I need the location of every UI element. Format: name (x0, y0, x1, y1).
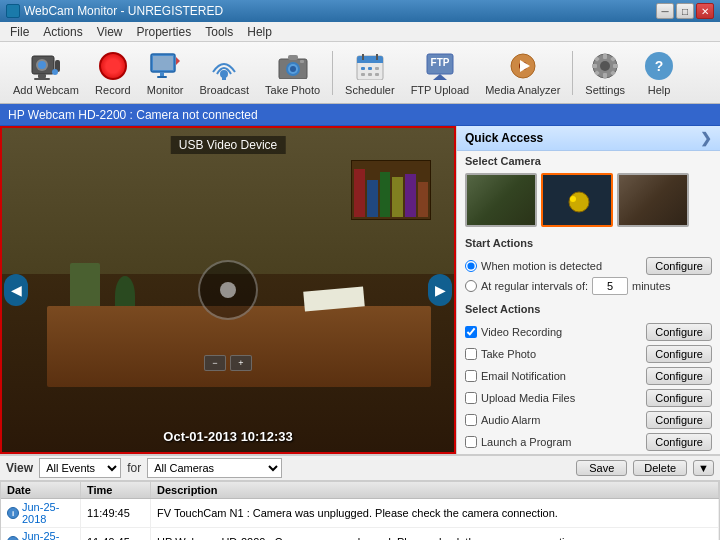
close-button[interactable]: ✕ (696, 3, 714, 19)
events-chevron-button[interactable]: ▼ (693, 460, 714, 476)
launch-program-checkbox[interactable] (465, 436, 477, 448)
quick-access-header: Quick Access ❯ (457, 126, 720, 151)
camera-thumb-1[interactable] (465, 173, 537, 227)
svg-rect-22 (357, 61, 383, 63)
event-row-1[interactable]: i Jun-25-2018 11:49:45 FV TouchCam N1 : … (1, 499, 719, 528)
action-left-audio: Audio Alarm (465, 414, 540, 426)
event-desc-1: FV TouchCam N1 : Camera was unplugged. P… (151, 499, 719, 527)
title-bar-left: WebCam Monitor - UNREGISTERED (6, 4, 223, 18)
mini-btn-2[interactable]: + (230, 355, 252, 371)
settings-button[interactable]: Settings (578, 46, 632, 100)
menu-tools[interactable]: Tools (199, 24, 239, 40)
ftp-upload-button[interactable]: FTP FTP Upload (404, 46, 477, 100)
interval-radio[interactable] (465, 280, 477, 292)
configure-launch-button[interactable]: Configure (646, 433, 712, 451)
media-analyzer-button[interactable]: Media Analyzer (478, 46, 567, 100)
monitor-label: Monitor (147, 84, 184, 96)
mini-controls: − + (204, 355, 252, 371)
email-notification-checkbox[interactable] (465, 370, 477, 382)
configure-upload-button[interactable]: Configure (646, 389, 712, 407)
event-icon-1: i (7, 507, 19, 519)
main-content: USB Video Device (0, 126, 720, 454)
svg-rect-39 (603, 54, 607, 59)
video-recording-checkbox[interactable] (465, 326, 477, 338)
scheduler-icon (354, 50, 386, 82)
quick-access-chevron[interactable]: ❯ (700, 130, 712, 146)
camera-filter-select[interactable]: All Cameras HP Webcam HD-2200 (147, 458, 282, 478)
menu-view[interactable]: View (91, 24, 129, 40)
svg-rect-30 (375, 73, 379, 76)
help-button[interactable]: ? Help (634, 46, 684, 100)
events-bar: View All Events Alerts Motion Recordings… (0, 455, 720, 481)
menu-help[interactable]: Help (241, 24, 278, 40)
title-bar-controls: ─ □ ✕ (656, 3, 714, 19)
action-left-photo: Take Photo (465, 348, 536, 360)
events-filter-select[interactable]: All Events Alerts Motion Recordings (39, 458, 121, 478)
toolbar-separator-1 (332, 51, 333, 95)
svg-marker-33 (433, 74, 447, 80)
mini-btn-1[interactable]: − (204, 355, 226, 371)
book-3 (380, 172, 391, 218)
svg-rect-42 (613, 64, 618, 68)
audio-alarm-label: Audio Alarm (481, 414, 540, 426)
maximize-button[interactable]: □ (676, 3, 694, 19)
svg-rect-26 (368, 67, 372, 70)
event-date-1: i Jun-25-2018 (1, 499, 81, 527)
motion-radio[interactable] (465, 260, 477, 272)
record-button[interactable]: Record (88, 46, 138, 100)
camera-thumbnails (457, 173, 720, 233)
ftp-icon: FTP (424, 50, 456, 82)
audio-alarm-checkbox[interactable] (465, 414, 477, 426)
svg-rect-41 (592, 64, 597, 68)
col-time: Time (81, 482, 151, 498)
event-desc-2: HP Webcam HD-2200 : Camera was unplugged… (151, 528, 719, 540)
configure-photo-button[interactable]: Configure (646, 345, 712, 363)
motion-detection-left: When motion is detected (465, 260, 602, 272)
arrow-left[interactable]: ◀ (4, 274, 28, 306)
minimize-button[interactable]: ─ (656, 3, 674, 19)
media-analyzer-icon (507, 50, 539, 82)
arrow-right[interactable]: ▶ (428, 274, 452, 306)
menu-properties[interactable]: Properties (131, 24, 198, 40)
save-button[interactable]: Save (576, 460, 627, 476)
quick-access-title: Quick Access (465, 131, 543, 145)
delete-button[interactable]: Delete (633, 460, 687, 476)
ftp-upload-label: FTP Upload (411, 84, 470, 96)
right-arrow-btn[interactable]: ▶ (428, 274, 452, 306)
camera-thumb-2[interactable] (541, 173, 613, 227)
menu-bar: File Actions View Properties Tools Help (0, 22, 720, 42)
configure-motion-button[interactable]: Configure (646, 257, 712, 275)
action-left-video: Video Recording (465, 326, 562, 338)
take-photo-button[interactable]: Take Photo (258, 46, 327, 100)
take-photo-checkbox[interactable] (465, 348, 477, 360)
take-photo-label: Take Photo (481, 348, 536, 360)
action-left-launch: Launch a Program (465, 436, 572, 448)
add-webcam-button[interactable]: Add Webcam (6, 46, 86, 100)
svg-rect-29 (368, 73, 372, 76)
upload-media-checkbox[interactable] (465, 392, 477, 404)
scheduler-button[interactable]: Scheduler (338, 46, 402, 100)
scheduler-label: Scheduler (345, 84, 395, 96)
svg-point-17 (290, 66, 296, 72)
action-left-email: Email Notification (465, 370, 566, 382)
nav-center (220, 282, 236, 298)
col-description: Description (151, 482, 719, 498)
window-title: WebCam Monitor - UNREGISTERED (24, 4, 223, 18)
menu-actions[interactable]: Actions (37, 24, 88, 40)
for-label: for (127, 461, 141, 475)
left-arrow-btn[interactable]: ◀ (4, 274, 28, 306)
action-row-photo: Take Photo Configure (457, 343, 720, 365)
configure-audio-button[interactable]: Configure (646, 411, 712, 429)
event-row-2[interactable]: i Jun-25-2018 11:49:45 HP Webcam HD-2200… (1, 528, 719, 540)
configure-email-button[interactable]: Configure (646, 367, 712, 385)
svg-rect-13 (222, 74, 226, 80)
menu-file[interactable]: File (4, 24, 35, 40)
svg-rect-27 (375, 67, 379, 70)
configure-video-button[interactable]: Configure (646, 323, 712, 341)
monitor-button[interactable]: Monitor (140, 46, 191, 100)
event-time-1: 11:49:45 (81, 499, 151, 527)
select-camera-title: Select Camera (465, 155, 712, 167)
broadcast-button[interactable]: Broadcast (193, 46, 257, 100)
camera-thumb-3[interactable] (617, 173, 689, 227)
interval-input[interactable] (592, 277, 628, 295)
